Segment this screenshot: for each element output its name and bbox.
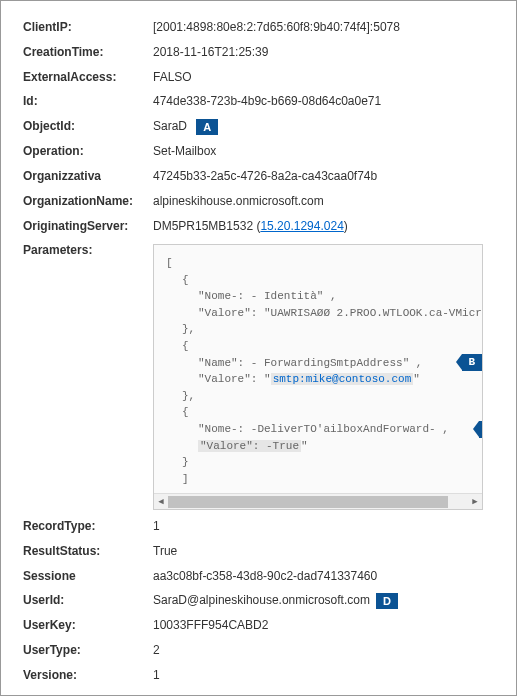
scroll-left-icon[interactable]: ◀ xyxy=(155,496,167,508)
value-result-status: True xyxy=(153,543,494,560)
label-result-status: ResultStatus: xyxy=(23,543,153,560)
row-originating-server: OriginatingServer: DM5PR15MB1532 (15.20.… xyxy=(23,218,494,235)
label-originating-server: OriginatingServer: xyxy=(23,218,153,235)
row-id: Id: 474de338-723b-4b9c-b669-08d64c0a0e71 xyxy=(23,93,494,110)
row-organizzativa: Organizzativa 47245b33-2a5c-4726-8a2a-ca… xyxy=(23,168,494,185)
label-object-id: ObjectId: xyxy=(23,118,153,135)
highlight-true-value: "Valore": -True xyxy=(198,440,301,452)
row-object-id: ObjectId: SaraD A xyxy=(23,118,494,135)
row-user-type: UserType: 2 xyxy=(23,642,494,659)
value-wrap-originating-server: DM5PR15MB1532 (15.20.1294.024) xyxy=(153,218,494,235)
code-line-true: "Valore": -True" xyxy=(166,438,470,455)
code-line: { xyxy=(166,404,470,421)
label-versione: Versione: xyxy=(23,667,153,684)
row-client-ip: ClientIP: [2001:4898:80e8:2:7d65:60f8:9b… xyxy=(23,19,494,36)
row-record-type: RecordType: 1 xyxy=(23,518,494,535)
label-parameters: Parameters: xyxy=(23,242,153,259)
value-organizzativa: 47245b33-2a5c-4726-8a2a-ca43caa0f74b xyxy=(153,168,494,185)
code-text: " xyxy=(413,373,420,385)
code-line-deliver: "Nome-: -DeliverTO'ailboxAndForward- , C xyxy=(166,421,470,438)
highlight-smtp-address: smtp:mike@contoso.com xyxy=(271,373,414,385)
value-user-type: 2 xyxy=(153,642,494,659)
parameters-code-content: [ { "Nome-: - Identità" , "Valore": "UAW… xyxy=(154,245,482,493)
label-external-access: ExternalAccess: xyxy=(23,69,153,86)
row-external-access: ExternalAccess: FALSO xyxy=(23,69,494,86)
row-parameters: Parameters: [ { "Nome-: - Identità" , "V… xyxy=(23,242,494,510)
value-record-type: 1 xyxy=(153,518,494,535)
row-result-status: ResultStatus: True xyxy=(23,543,494,560)
row-versione: Versione: 1 xyxy=(23,667,494,684)
code-text: "Valore": " xyxy=(198,373,271,385)
parameters-code-box: [ { "Nome-: - Identità" , "Valore": "UAW… xyxy=(153,244,483,510)
code-line: "Nome-: - Identità" , xyxy=(166,288,470,305)
code-line: [ xyxy=(166,255,470,272)
label-creation-time: CreationTime: xyxy=(23,44,153,61)
value-user-key: 10033FFF954CABD2 xyxy=(153,617,494,634)
label-carico: Carico: xyxy=(23,692,153,696)
value-carico: Exchange xyxy=(153,692,494,696)
value-object-id: SaraD xyxy=(153,119,187,133)
link-originating-server-version[interactable]: 15.20.1294.024 xyxy=(260,219,343,233)
row-operation: Operation: Set-Mailbox xyxy=(23,143,494,160)
callout-badge-b: B xyxy=(462,354,482,371)
scrollbar-thumb[interactable] xyxy=(168,496,448,508)
value-operation: Set-Mailbox xyxy=(153,143,494,160)
label-user-key: UserKey: xyxy=(23,617,153,634)
code-text: "Name": - ForwardingSmtpAddress" , xyxy=(198,355,422,372)
code-line-forwarding: "Name": - ForwardingSmtpAddress" , B xyxy=(166,354,470,371)
code-line: ] xyxy=(166,471,470,488)
label-organizzativa: Organizzativa xyxy=(23,168,153,185)
label-id: Id: xyxy=(23,93,153,110)
value-originating-server-suffix: ) xyxy=(344,219,348,233)
value-wrap-user-id: SaraD@alpineskihouse.onmicrosoft.com D xyxy=(153,592,494,609)
value-id: 474de338-723b-4b9c-b669-08d64c0a0e71 xyxy=(153,93,494,110)
value-parameters: [ { "Nome-: - Identità" , "Valore": "UAW… xyxy=(153,242,494,510)
code-line: }, xyxy=(166,321,470,338)
row-carico: Carico: Exchange xyxy=(23,692,494,696)
value-wrap-object-id: SaraD A xyxy=(153,118,494,135)
label-sessione: Sessione xyxy=(23,568,153,585)
value-versione: 1 xyxy=(153,667,494,684)
value-originating-server-prefix: DM5PR15MB1532 ( xyxy=(153,219,260,233)
label-organization-name: OrganizationName: xyxy=(23,193,153,210)
horizontal-scrollbar[interactable]: ◀ ▶ xyxy=(154,493,482,509)
code-line: }, xyxy=(166,388,470,405)
row-creation-time: CreationTime: 2018-11-16T21:25:39 xyxy=(23,44,494,61)
label-record-type: RecordType: xyxy=(23,518,153,535)
row-sessione: Sessione aa3c08bf-c358-43d8-90c2-dad7413… xyxy=(23,568,494,585)
code-line: "Valore": "UAWRISAØØ 2.PROO.WTLOOK.ca-VM… xyxy=(166,305,470,322)
code-line: { xyxy=(166,272,470,289)
code-line: } xyxy=(166,454,470,471)
code-line: { xyxy=(166,338,470,355)
code-text: "Nome-: -DeliverTO'ailboxAndForward- , xyxy=(198,421,449,438)
value-organization-name: alpineskihouse.onmicrosoft.com xyxy=(153,193,494,210)
callout-badge-a: A xyxy=(196,119,218,135)
label-client-ip: ClientIP: xyxy=(23,19,153,36)
code-text: " xyxy=(301,440,308,452)
label-user-id: UserId: xyxy=(23,592,153,609)
callout-badge-d: D xyxy=(376,593,398,609)
value-external-access: FALSO xyxy=(153,69,494,86)
label-user-type: UserType: xyxy=(23,642,153,659)
value-creation-time: 2018-11-16T21:25:39 xyxy=(153,44,494,61)
row-organization-name: OrganizationName: alpineskihouse.onmicro… xyxy=(23,193,494,210)
value-sessione: aa3c08bf-c358-43d8-90c2-dad741337460 xyxy=(153,568,494,585)
row-user-key: UserKey: 10033FFF954CABD2 xyxy=(23,617,494,634)
value-user-id: SaraD@alpineskihouse.onmicrosoft.com xyxy=(153,592,370,609)
callout-badge-c: C xyxy=(479,421,482,438)
row-user-id: UserId: SaraD@alpineskihouse.onmicrosoft… xyxy=(23,592,494,609)
code-line-smtp: "Valore": "smtp:mike@contoso.com" xyxy=(166,371,470,388)
scroll-right-icon[interactable]: ▶ xyxy=(469,496,481,508)
label-operation: Operation: xyxy=(23,143,153,160)
value-client-ip: [2001:4898:80e8:2:7d65:60f8:9b40:74f4]:5… xyxy=(153,19,494,36)
